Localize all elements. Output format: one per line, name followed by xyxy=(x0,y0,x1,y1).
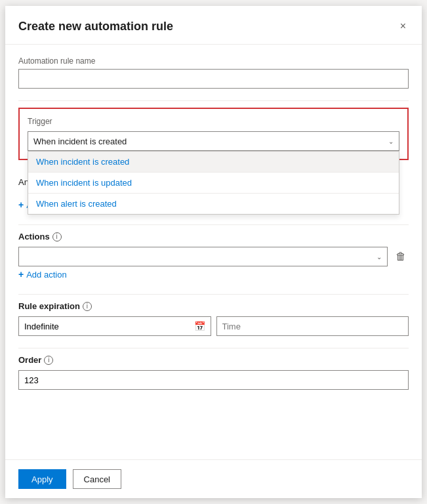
trigger-dropdown-wrapper: When incident is created ⌄ When incident… xyxy=(28,131,399,151)
divider-2 xyxy=(18,224,409,225)
order-title-row: Order i xyxy=(18,355,409,365)
trash-icon: 🗑 xyxy=(396,251,406,262)
expiration-row: Indefinite 📅 xyxy=(18,316,409,336)
divider-4 xyxy=(18,348,409,348)
order-section: Order i xyxy=(18,355,409,390)
dialog-title: Create new automation rule xyxy=(18,20,173,33)
order-section-label: Order xyxy=(18,355,41,365)
actions-info-icon: i xyxy=(52,232,62,242)
expiration-info-icon: i xyxy=(83,302,92,311)
trigger-option-2[interactable]: When incident is updated xyxy=(28,172,399,193)
actions-section-label: Actions xyxy=(18,232,50,242)
create-automation-rule-dialog: Create new automation rule × Automation … xyxy=(5,6,422,498)
delete-action-button[interactable]: 🗑 xyxy=(393,248,409,265)
trigger-section: Trigger When incident is created ⌄ When … xyxy=(18,108,409,160)
order-info-icon: i xyxy=(44,356,53,365)
plus-icon: + xyxy=(18,200,24,210)
chevron-down-icon: ⌄ xyxy=(388,138,394,145)
actions-section: Actions i ⌄ 🗑 + Add action xyxy=(18,232,409,282)
expiration-section: Rule expiration i Indefinite 📅 xyxy=(18,301,409,336)
automation-rule-name-label: Automation rule name xyxy=(18,56,409,66)
expiration-date-value: Indefinite xyxy=(24,322,59,331)
expiration-title-row: Rule expiration i xyxy=(18,301,409,311)
automation-rule-name-group: Automation rule name xyxy=(18,56,409,89)
dialog-body: Automation rule name Trigger When incide… xyxy=(5,45,422,459)
trigger-dropdown-button[interactable]: When incident is created ⌄ xyxy=(28,131,399,151)
add-action-button[interactable]: + Add action xyxy=(18,266,67,282)
actions-chevron-icon: ⌄ xyxy=(376,253,382,261)
cancel-button[interactable]: Cancel xyxy=(73,469,121,489)
order-input[interactable] xyxy=(18,370,409,390)
expiration-section-label: Rule expiration xyxy=(18,301,80,311)
close-button[interactable]: × xyxy=(397,18,409,35)
automation-rule-name-input[interactable] xyxy=(18,69,409,89)
expiration-time-input[interactable] xyxy=(216,316,409,336)
trigger-option-3[interactable]: When alert is created xyxy=(28,193,399,214)
calendar-icon: 📅 xyxy=(194,321,205,331)
dialog-header: Create new automation rule × xyxy=(5,6,422,45)
apply-button[interactable]: Apply xyxy=(18,469,66,489)
trigger-option-1[interactable]: When incident is created xyxy=(28,152,399,172)
add-action-label: Add action xyxy=(26,270,66,280)
trigger-section-label: Trigger xyxy=(28,117,399,126)
trigger-selected-value: When incident is created xyxy=(33,136,127,146)
divider-3 xyxy=(18,294,409,295)
divider-1 xyxy=(18,100,409,101)
trigger-dropdown-menu: When incident is created When incident i… xyxy=(28,151,399,215)
dialog-footer: Apply Cancel xyxy=(5,459,422,498)
actions-dropdown[interactable]: ⌄ xyxy=(18,247,388,266)
expiration-date-input[interactable]: Indefinite 📅 xyxy=(18,316,211,336)
actions-row: ⌄ 🗑 xyxy=(18,247,409,266)
actions-title-row: Actions i xyxy=(18,232,409,242)
add-action-plus-icon: + xyxy=(18,269,24,280)
